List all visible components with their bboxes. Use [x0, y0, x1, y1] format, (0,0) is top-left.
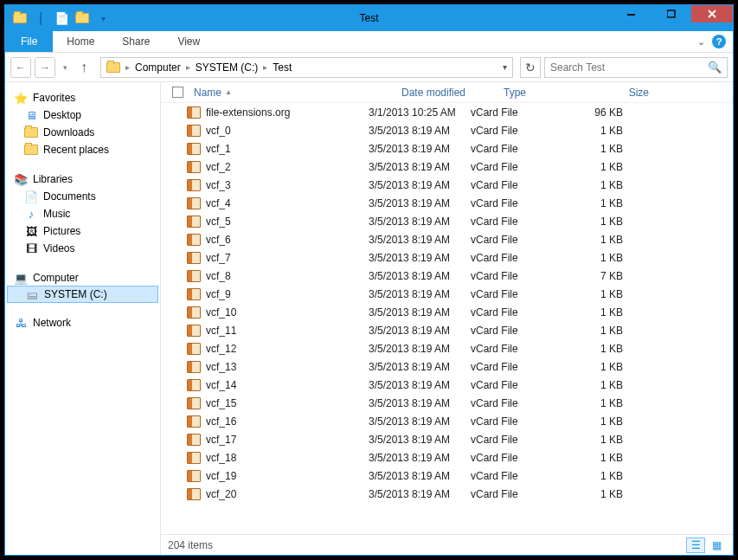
expand-ribbon-icon[interactable]: ⌄ — [697, 36, 705, 48]
chevron-right-icon[interactable]: ▸ — [124, 62, 132, 72]
close-button[interactable] — [691, 5, 733, 23]
file-row[interactable]: vcf_23/5/2013 8:19 AMvCard File1 KB — [161, 158, 733, 176]
tab-home[interactable]: Home — [53, 31, 108, 52]
sidebar-item-system-drive[interactable]: 🖴SYSTEM (C:) — [7, 286, 158, 303]
file-size: 1 KB — [573, 216, 633, 228]
address-bar[interactable]: ▸ Computer ▸ SYSTEM (C:) ▸ Test ▾ — [100, 57, 513, 78]
vcard-file-icon — [187, 379, 201, 391]
file-row[interactable]: vcf_153/5/2013 8:19 AMvCard File1 KB — [161, 394, 733, 412]
sidebar-item-pictures[interactable]: 🖼Pictures — [5, 222, 160, 240]
sidebar-item-downloads[interactable]: Downloads — [5, 124, 160, 141]
breadcrumb-drive[interactable]: SYSTEM (C:) — [192, 58, 262, 77]
file-name: vcf_12 — [206, 343, 236, 355]
window-controls — [612, 5, 733, 31]
chevron-right-icon[interactable]: ▸ — [261, 62, 269, 72]
icons-view-button[interactable]: ▦ — [707, 537, 726, 553]
file-row[interactable]: vcf_163/5/2013 8:19 AMvCard File1 KB — [161, 412, 733, 430]
file-row[interactable]: vcf_123/5/2013 8:19 AMvCard File1 KB — [161, 339, 733, 357]
downloads-icon — [24, 126, 38, 139]
tab-view[interactable]: View — [164, 31, 214, 52]
search-input[interactable] — [550, 61, 708, 74]
vcard-file-icon — [187, 252, 201, 264]
file-name: vcf_1 — [206, 143, 231, 155]
qat-dropdown-icon[interactable]: ▾ — [93, 9, 112, 28]
file-row[interactable]: vcf_43/5/2013 8:19 AMvCard File1 KB — [161, 194, 733, 212]
file-type: vCard File — [471, 397, 573, 409]
file-list-pane: Name ▲ Date modified Type Size file-exte… — [161, 82, 733, 555]
file-type: vCard File — [471, 470, 573, 482]
sidebar-computer[interactable]: 💻Computer — [5, 269, 160, 286]
breadcrumb-folder[interactable]: Test — [269, 58, 295, 77]
file-row[interactable]: vcf_133/5/2013 8:19 AMvCard File1 KB — [161, 357, 733, 376]
file-list[interactable]: Name ▲ Date modified Type Size file-exte… — [161, 82, 733, 534]
file-row[interactable]: vcf_93/5/2013 8:19 AMvCard File1 KB — [161, 285, 733, 303]
forward-button[interactable]: → — [35, 57, 55, 78]
file-row[interactable]: vcf_63/5/2013 8:19 AMvCard File1 KB — [161, 230, 733, 248]
refresh-button[interactable]: ↻ — [520, 57, 541, 78]
tab-share[interactable]: Share — [108, 31, 164, 52]
vcard-file-icon — [187, 470, 201, 482]
file-name: vcf_4 — [206, 197, 231, 209]
file-size: 1 KB — [573, 125, 633, 137]
file-row[interactable]: vcf_103/5/2013 8:19 AMvCard File1 KB — [161, 303, 733, 321]
chevron-right-icon[interactable]: ▸ — [184, 62, 192, 72]
file-row[interactable]: vcf_73/5/2013 8:19 AMvCard File1 KB — [161, 248, 733, 267]
file-date: 3/5/2013 8:19 AM — [369, 452, 471, 464]
sidebar-item-videos[interactable]: 🎞Videos — [5, 240, 160, 257]
minimize-button[interactable] — [612, 5, 651, 23]
file-row[interactable]: file-extensions.org3/1/2013 10:25 AMvCar… — [161, 103, 733, 121]
search-icon[interactable]: 🔍 — [708, 61, 722, 74]
file-row[interactable]: vcf_113/5/2013 8:19 AMvCard File1 KB — [161, 321, 733, 339]
navigation-pane[interactable]: ⭐Favorites 🖥Desktop Downloads Recent pla… — [5, 82, 161, 555]
folder-icon[interactable] — [10, 9, 29, 28]
file-row[interactable]: vcf_183/5/2013 8:19 AMvCard File1 KB — [161, 448, 733, 467]
maximize-button[interactable] — [651, 5, 691, 23]
sidebar-item-documents[interactable]: 📄Documents — [5, 188, 160, 205]
titlebar[interactable]: | 📄 ▾ Test — [5, 5, 733, 31]
file-date: 3/5/2013 8:19 AM — [369, 288, 471, 300]
sidebar-libraries[interactable]: 📚Libraries — [5, 171, 160, 188]
back-button[interactable]: ← — [10, 57, 31, 78]
file-row[interactable]: vcf_173/5/2013 8:19 AMvCard File1 KB — [161, 430, 733, 448]
tab-file[interactable]: File — [5, 31, 53, 52]
file-name: vcf_0 — [206, 125, 231, 137]
file-row[interactable]: vcf_83/5/2013 8:19 AMvCard File7 KB — [161, 267, 733, 285]
file-date: 3/5/2013 8:19 AM — [369, 434, 471, 446]
file-name: vcf_16 — [206, 415, 236, 428]
address-dropdown-icon[interactable]: ▾ — [503, 62, 507, 72]
file-type: vCard File — [471, 125, 573, 137]
properties-icon[interactable]: 📄 — [52, 9, 71, 28]
navigation-bar: ← → ▾ ↑ ▸ Computer ▸ SYSTEM (C:) ▸ Test … — [5, 53, 733, 82]
sidebar-favorites[interactable]: ⭐Favorites — [5, 89, 160, 106]
select-all-checkbox[interactable] — [172, 87, 183, 98]
file-row[interactable]: vcf_143/5/2013 8:19 AMvCard File1 KB — [161, 376, 733, 394]
file-row[interactable]: vcf_53/5/2013 8:19 AMvCard File1 KB — [161, 212, 733, 230]
sidebar-network[interactable]: 🖧Network — [5, 314, 160, 331]
sidebar-item-desktop[interactable]: 🖥Desktop — [5, 106, 160, 124]
file-row[interactable]: vcf_03/5/2013 8:19 AMvCard File1 KB — [161, 121, 733, 139]
sidebar-item-music[interactable]: ♪Music — [5, 205, 160, 222]
file-type: vCard File — [471, 179, 573, 191]
file-row[interactable]: vcf_33/5/2013 8:19 AMvCard File1 KB — [161, 176, 733, 194]
file-row[interactable]: vcf_193/5/2013 8:19 AMvCard File1 KB — [161, 467, 733, 485]
sidebar-item-recent[interactable]: Recent places — [5, 141, 160, 158]
address-bar-folder-icon[interactable] — [103, 58, 124, 77]
col-header-type[interactable]: Type — [497, 87, 599, 99]
history-dropdown-icon[interactable]: ▾ — [59, 57, 71, 78]
file-date: 3/5/2013 8:19 AM — [369, 234, 471, 246]
details-view-button[interactable]: ☰ — [686, 537, 705, 553]
up-button[interactable]: ↑ — [74, 58, 93, 77]
help-icon[interactable]: ? — [712, 35, 726, 48]
new-folder-icon[interactable] — [73, 9, 92, 28]
col-header-name[interactable]: Name ▲ — [187, 87, 395, 99]
breadcrumb-computer[interactable]: Computer — [132, 58, 184, 77]
file-name: vcf_17 — [206, 434, 236, 446]
pictures-icon: 🖼 — [24, 224, 38, 238]
file-row[interactable]: vcf_203/5/2013 8:19 AMvCard File1 KB — [161, 485, 733, 503]
file-name: vcf_18 — [206, 452, 236, 464]
search-box[interactable]: 🔍 — [544, 57, 728, 78]
col-header-size[interactable]: Size — [599, 87, 659, 99]
file-size: 1 KB — [573, 288, 633, 300]
file-row[interactable]: vcf_13/5/2013 8:19 AMvCard File1 KB — [161, 139, 733, 158]
col-header-date[interactable]: Date modified — [395, 87, 497, 99]
